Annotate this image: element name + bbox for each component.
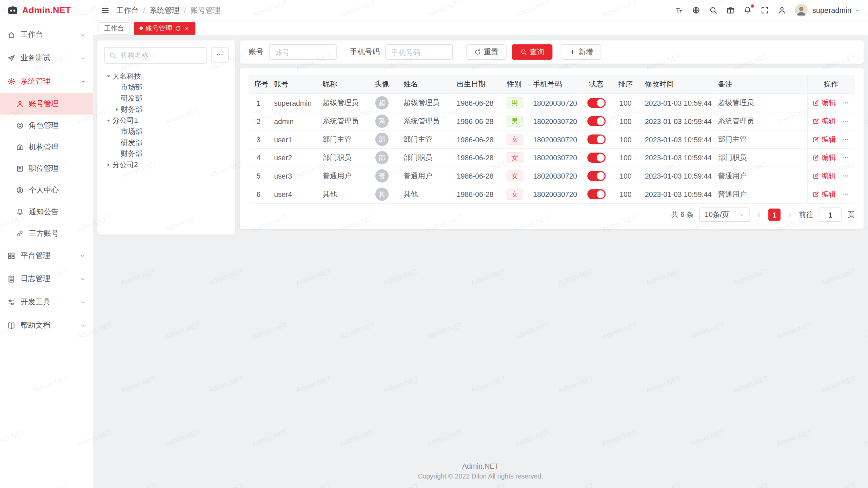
logo[interactable]: Admin.NET [0,0,93,20]
sidebar-item-role-mgmt[interactable]: 角色管理 [0,115,93,136]
edit-button[interactable]: 编辑 [813,116,836,126]
tree-node[interactable]: 财务部 [112,148,229,160]
cell-nickname: 其他 [317,185,366,203]
sidebar-item-workbench[interactable]: 工作台 [0,23,93,47]
status-toggle[interactable] [587,116,605,126]
gift-icon[interactable] [727,6,735,14]
status-toggle[interactable] [587,189,605,199]
status-toggle[interactable] [587,135,605,144]
next-page-button[interactable] [786,211,793,218]
breadcrumb-item[interactable]: 账号管理 [191,5,220,15]
page-size-value: 10条/页 [705,210,729,220]
font-size-icon-glyph [675,6,683,14]
tree-node[interactable]: 市场部 [112,82,229,93]
tab-workbench[interactable]: 工作台 [99,22,130,35]
sidebar-item-account-mgmt[interactable]: 账号管理 [0,93,93,115]
cell-sort: 100 [612,112,639,130]
tree-node[interactable]: 研发部 [112,93,229,104]
page-size-select[interactable]: 10条/页 [699,207,750,222]
edit-icon [813,191,820,198]
row-more-button[interactable] [842,117,849,125]
caret-right-icon[interactable] [112,106,120,113]
tree-node[interactable]: 市场部 [112,126,229,137]
row-more-button[interactable] [842,99,849,107]
sidebar-item-help-docs[interactable]: 帮助文档 [0,314,93,337]
row-more-button[interactable] [842,190,849,198]
tab-close-icon[interactable] [184,25,190,31]
user-avatar[interactable] [795,4,808,17]
caret-down-icon[interactable] [104,117,112,124]
footer-copyright: Copyright © 2022 Dilon All rights reserv… [93,472,868,480]
more-icon [216,51,224,59]
menu-collapse-icon[interactable] [101,6,110,15]
status-toggle[interactable] [587,98,605,108]
edit-button[interactable]: 编辑 [813,171,836,181]
sidebar-item-log-mgmt[interactable]: 日志管理 [0,267,93,291]
edit-button[interactable]: 编辑 [813,98,836,108]
cell-status [581,167,612,185]
table-row: 1 superadmin 超级管理员 超 超级管理员 1986-06-28 男 … [249,94,855,112]
account-input[interactable] [269,44,336,60]
breadcrumb-item[interactable]: 工作台 [116,5,139,15]
tab-refresh-icon[interactable] [175,25,181,31]
edit-button[interactable]: 编辑 [813,135,836,144]
notification-bell-icon[interactable] [744,6,752,14]
status-toggle[interactable] [587,153,605,163]
search-button[interactable]: 查询 [512,44,552,60]
sidebar-item-third-account[interactable]: 三方账号 [0,222,93,244]
sidebar-item-system-mgmt[interactable]: 系统管理 [0,70,93,93]
add-button[interactable]: 新增 [561,44,601,60]
cell-sort: 100 [612,130,639,148]
fullscreen-icon[interactable] [761,6,769,14]
breadcrumb-separator: / [184,6,186,14]
breadcrumb-separator: / [143,6,145,14]
sidebar-item-label: 帮助文档 [20,320,50,330]
reset-button[interactable]: 重置 [466,44,507,60]
tree-node[interactable]: 研发部 [112,137,229,148]
cell-nickname: 超级管理员 [317,94,366,112]
col-nickname: 昵称 [317,75,366,94]
page-unit-label: 页 [848,210,855,220]
profile-icon[interactable] [778,6,786,14]
edit-button[interactable]: 编辑 [813,153,836,163]
sidebar-item-platform-mgmt[interactable]: 平台管理 [0,244,93,267]
sidebar-item-position-mgmt[interactable]: 职位管理 [0,158,93,179]
font-size-icon[interactable] [675,6,683,14]
sidebar-item-org-mgmt[interactable]: 机构管理 [0,136,93,158]
breadcrumb-item[interactable]: 系统管理 [150,5,179,15]
username[interactable]: superadmin [812,6,851,14]
caret-right-icon[interactable] [104,162,112,168]
goto-page-input[interactable] [819,207,842,222]
tree-node[interactable]: 大名科技 [104,71,229,82]
page-1-button[interactable]: 1 [768,209,781,221]
search-icon[interactable] [709,6,717,14]
caret-down-icon[interactable] [104,73,112,80]
org-more-button[interactable] [211,47,229,63]
tab-account-mgmt[interactable]: 账号管理 [134,22,195,35]
table-row: 5 user3 普通用户 普 普通用户 1986-06-28 女 1802003… [249,167,855,185]
sidebar-menu: 工作台 业务测试 系统管理 账号管理 角色管理 机构管理 职位管理 个人中心 通… [0,20,93,488]
sidebar-item-business-test[interactable]: 业务测试 [0,46,93,70]
sidebar-item-dev-tools[interactable]: 开发工具 [0,290,93,314]
tree-node[interactable]: 财务部 [112,104,229,115]
tree-node[interactable]: 分公司1 [104,115,229,126]
sidebar-item-personal-center[interactable]: 个人中心 [0,179,93,201]
row-more-button[interactable] [842,136,849,143]
cell-name: 普通用户 [398,167,451,185]
org-search-input[interactable] [120,51,202,60]
sidebar-item-notice[interactable]: 通知公告 [0,201,93,223]
fullscreen-icon-glyph [761,6,769,14]
status-toggle[interactable] [587,171,605,181]
gender-tag: 男 [507,116,523,127]
sidebar-item-label: 系统管理 [20,76,50,86]
tree-node[interactable]: 分公司2 [104,159,229,170]
globe-icon[interactable] [692,6,701,14]
phone-input[interactable] [385,44,453,60]
cell-avatar: 部 [366,130,398,148]
row-more-button[interactable] [842,154,849,162]
prev-page-button[interactable] [756,211,763,218]
edit-button[interactable]: 编辑 [813,189,836,199]
goto-label: 前往 [799,210,813,220]
cell-remark: 系统管理员 [712,112,807,130]
row-more-button[interactable] [842,172,849,180]
